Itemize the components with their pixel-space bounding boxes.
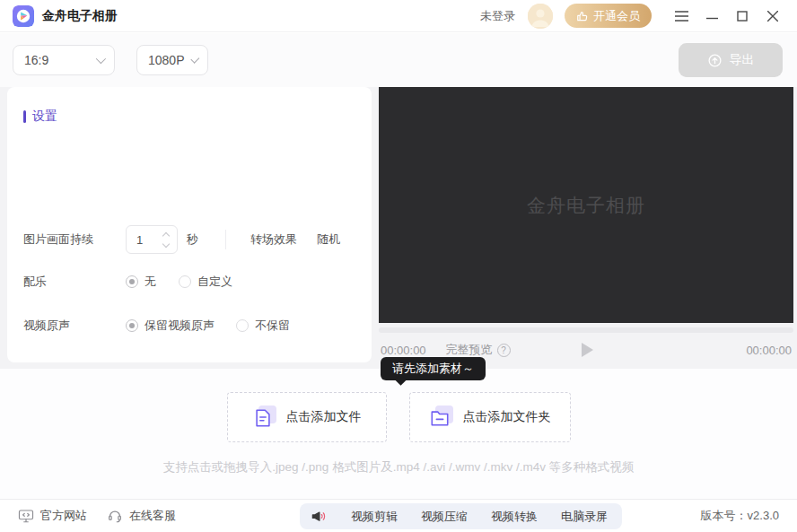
link-screen-record[interactable]: 电脑录屏	[561, 509, 608, 525]
workspace: 设置 图片画面持续 1 秒 转场效果 随机 配乐 无	[0, 87, 797, 369]
video-preview: 金舟电子相册	[379, 87, 793, 323]
close-button[interactable]	[761, 4, 784, 28]
aspect-ratio-select[interactable]: 16:9	[13, 45, 115, 75]
maximize-icon	[737, 11, 748, 22]
radio-label: 自定义	[197, 274, 232, 290]
radio-label: 保留视频原声	[145, 318, 215, 334]
close-icon	[767, 11, 778, 22]
add-files-button[interactable]: 点击添加文件	[227, 392, 387, 442]
music-row: 配乐 无 自定义	[23, 274, 359, 290]
radio-icon[interactable]	[236, 319, 249, 332]
add-folder-button[interactable]: 点击添加文件夹	[409, 392, 571, 442]
vip-button[interactable]: 开通会员	[565, 4, 652, 28]
headset-icon	[107, 508, 123, 524]
link-video-convert[interactable]: 视频转换	[491, 509, 538, 525]
total-time: 00:00:00	[746, 344, 792, 357]
radio-option-drop-audio[interactable]: 不保留	[236, 318, 290, 334]
settings-header: 设置	[23, 109, 57, 125]
audio-row: 视频原声 保留视频原声 不保留	[23, 318, 359, 334]
titlebar: 金舟电子相册 未登录 开通会员	[0, 0, 797, 32]
accent-bar	[23, 110, 26, 123]
settings-title: 设置	[32, 109, 57, 125]
radio-option-music-none[interactable]: 无	[126, 274, 156, 290]
import-area: 点击添加文件 点击添加文件夹 支持点击或拖拽导入.jpeg /.png 格式图片…	[0, 369, 797, 499]
radio-option-music-custom[interactable]: 自定义	[179, 274, 232, 290]
radio-selected-icon[interactable]	[126, 275, 138, 288]
online-support-label: 在线客服	[129, 508, 176, 524]
thumb-up-icon	[576, 10, 589, 22]
radio-label: 不保留	[255, 318, 290, 334]
chevron-down-icon	[191, 55, 200, 64]
official-website-label: 官方网站	[40, 508, 87, 524]
radio-label: 无	[145, 274, 156, 290]
radio-option-keep-audio[interactable]: 保留视频原声	[126, 318, 215, 334]
chevron-down-icon	[96, 54, 106, 64]
stepper-arrows[interactable]	[161, 233, 177, 247]
file-icon	[253, 406, 276, 429]
radio-selected-icon[interactable]	[126, 319, 138, 332]
full-preview-toggle[interactable]: 完整预览	[446, 342, 511, 358]
upload-icon	[707, 53, 723, 68]
duration-unit: 秒	[187, 231, 198, 248]
tooltip: 请先添加素材～	[381, 357, 486, 380]
tools-shortcut-bar: 视频剪辑 视频压缩 视频转换 电脑录屏	[300, 503, 622, 529]
folder-icon	[430, 406, 453, 429]
duration-label: 图片画面持续	[23, 231, 126, 248]
play-icon	[582, 343, 593, 357]
login-status[interactable]: 未登录	[480, 8, 515, 24]
full-preview-label: 完整预览	[446, 342, 493, 358]
footer: 官方网站 在线客服 视频剪辑 视频压缩 视频转换 电脑录屏 版本号：v2.3.0	[0, 499, 797, 532]
link-video-edit[interactable]: 视频剪辑	[351, 509, 398, 525]
resolution-value: 1080P	[148, 53, 184, 67]
transition-value[interactable]: 随机	[317, 231, 340, 248]
aspect-ratio-value: 16:9	[24, 53, 48, 67]
settings-panel: 设置 图片画面持续 1 秒 转场效果 随机 配乐 无	[7, 87, 372, 362]
monitor-icon	[18, 508, 34, 524]
import-hint: 支持点击或拖拽导入.jpeg /.png 格式图片及.mp4 /.avi /.w…	[0, 459, 797, 475]
export-label: 导出	[730, 52, 755, 68]
export-button[interactable]: 导出	[679, 43, 783, 77]
official-website-link[interactable]: 官方网站	[18, 508, 87, 524]
add-folder-label: 点击添加文件夹	[463, 409, 551, 425]
titlebar-right: 未登录 开通会员	[480, 4, 784, 29]
resolution-select[interactable]: 1080P	[136, 45, 208, 75]
music-label: 配乐	[23, 274, 126, 290]
help-icon[interactable]	[497, 344, 511, 357]
menu-button[interactable]	[670, 4, 693, 28]
stepper-down-icon[interactable]	[162, 240, 170, 247]
transition-label: 转场效果	[250, 231, 297, 248]
stepper-up-icon[interactable]	[162, 231, 170, 239]
seek-bar[interactable]	[379, 327, 793, 333]
tooltip-text: 请先添加素材～	[392, 361, 474, 377]
duration-value[interactable]: 1	[127, 233, 161, 247]
link-video-compress[interactable]: 视频压缩	[421, 509, 468, 525]
app-window: { "titlebar": { "app_title": "金舟电子相册", "…	[0, 0, 797, 532]
duration-row: 图片画面持续 1 秒 转场效果 随机	[23, 224, 359, 255]
minimize-button[interactable]	[700, 4, 723, 28]
hamburger-icon	[675, 11, 688, 22]
audio-label: 视频原声	[23, 318, 126, 334]
window-controls	[670, 4, 784, 28]
online-support-link[interactable]: 在线客服	[107, 508, 176, 524]
duration-stepper[interactable]: 1	[126, 225, 178, 254]
minimize-icon	[706, 10, 718, 22]
toolbar: 16:9 1080P 导出	[0, 33, 797, 87]
avatar[interactable]	[528, 4, 553, 29]
preview-watermark: 金舟电子相册	[527, 193, 645, 218]
vip-button-label: 开通会员	[593, 8, 640, 24]
divider	[225, 230, 226, 249]
play-button[interactable]	[575, 339, 597, 361]
maximize-button[interactable]	[731, 4, 754, 28]
current-time: 00:00:00	[381, 344, 426, 357]
add-files-label: 点击添加文件	[286, 409, 362, 425]
app-logo-icon	[13, 5, 34, 27]
app-title: 金舟电子相册	[42, 8, 118, 24]
megaphone-icon	[311, 508, 328, 525]
radio-icon[interactable]	[179, 275, 191, 288]
version-text: 版本号：v2.3.0	[701, 508, 779, 524]
